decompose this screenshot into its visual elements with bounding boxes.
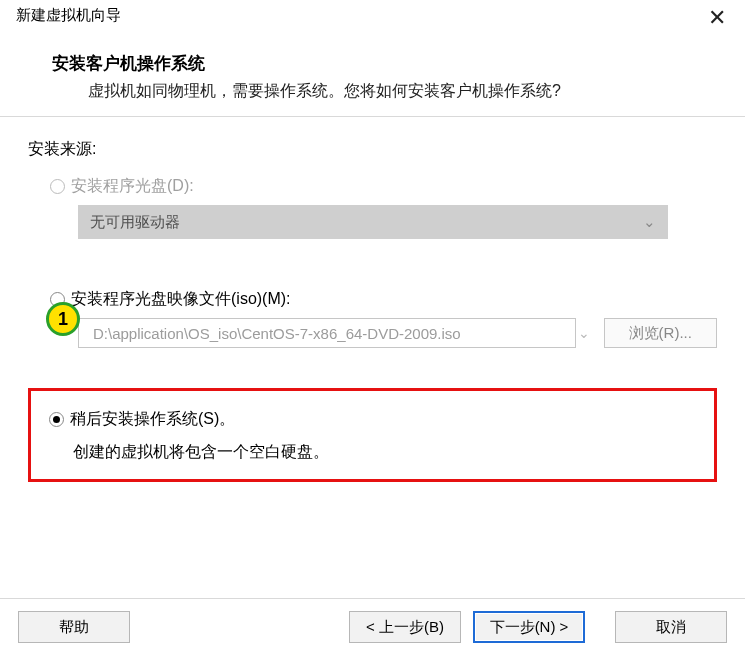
window-title: 新建虚拟机向导 xyxy=(16,6,121,25)
help-button[interactable]: 帮助 xyxy=(18,611,130,643)
option-install-later-highlight: 稍后安装操作系统(S)。 创建的虚拟机将包含一个空白硬盘。 xyxy=(28,388,717,482)
option-iso-file: 安装程序光盘映像文件(iso)(M): 1 D:\application\OS_… xyxy=(50,289,717,348)
next-button[interactable]: 下一步(N) > xyxy=(473,611,585,643)
browse-button[interactable]: 浏览(R)... xyxy=(604,318,717,348)
chevron-down-icon: ⌄ xyxy=(578,325,590,341)
iso-row: 1 D:\application\OS_iso\CentOS-7-x86_64-… xyxy=(50,318,717,348)
new-vm-wizard-dialog: 新建虚拟机向导 ✕ 安装客户机操作系统 虚拟机如同物理机，需要操作系统。您将如何… xyxy=(0,0,745,655)
header-title: 安装客户机操作系统 xyxy=(52,52,745,75)
radio-iso-file[interactable]: 安装程序光盘映像文件(iso)(M): xyxy=(50,289,717,310)
iso-path-value: D:\application\OS_iso\CentOS-7-x86_64-DV… xyxy=(93,325,461,342)
titlebar: 新建虚拟机向导 ✕ xyxy=(0,0,745,30)
close-icon: ✕ xyxy=(708,5,726,31)
header-subtitle: 虚拟机如同物理机，需要操作系统。您将如何安装客户机操作系统? xyxy=(88,81,745,102)
iso-path-combobox[interactable]: D:\application\OS_iso\CentOS-7-x86_64-DV… xyxy=(78,318,576,348)
install-source-label: 安装来源: xyxy=(28,139,717,160)
radio-icon xyxy=(49,412,64,427)
close-button[interactable]: ✕ xyxy=(701,6,733,30)
cancel-button[interactable]: 取消 xyxy=(615,611,727,643)
wizard-header: 安装客户机操作系统 虚拟机如同物理机，需要操作系统。您将如何安装客户机操作系统? xyxy=(0,30,745,117)
wizard-content: 安装来源: 安装程序光盘(D): 无可用驱动器 ⌄ 安装程序光盘映像文件(iso… xyxy=(0,117,745,598)
wizard-footer: 帮助 < 上一步(B) 下一步(N) > 取消 xyxy=(0,599,745,655)
drive-dropdown: 无可用驱动器 ⌄ xyxy=(78,205,668,239)
option-installer-disc: 安装程序光盘(D): 无可用驱动器 ⌄ xyxy=(50,176,717,239)
back-button[interactable]: < 上一步(B) xyxy=(349,611,461,643)
radio-icon xyxy=(50,179,65,194)
drive-dropdown-text: 无可用驱动器 xyxy=(90,213,180,232)
radio-installer-disc-label: 安装程序光盘(D): xyxy=(71,176,194,197)
install-later-description: 创建的虚拟机将包含一个空白硬盘。 xyxy=(73,442,696,463)
radio-iso-label: 安装程序光盘映像文件(iso)(M): xyxy=(71,289,291,310)
chevron-down-icon: ⌄ xyxy=(643,213,656,231)
radio-installer-disc: 安装程序光盘(D): xyxy=(50,176,717,197)
radio-install-later-label: 稍后安装操作系统(S)。 xyxy=(70,409,235,430)
annotation-badge: 1 xyxy=(46,302,80,336)
radio-install-later[interactable]: 稍后安装操作系统(S)。 xyxy=(49,409,696,430)
